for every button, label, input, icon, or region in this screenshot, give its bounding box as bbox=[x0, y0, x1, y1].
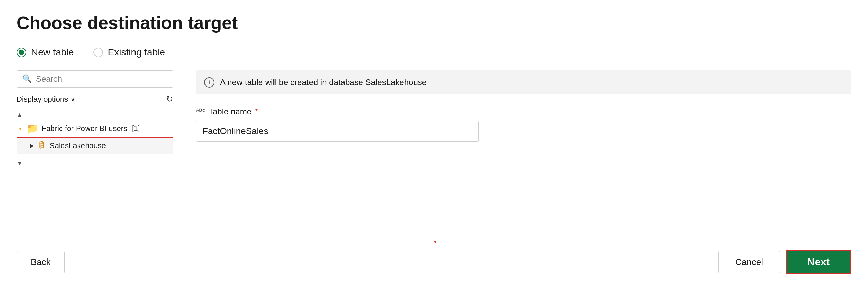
new-table-option[interactable]: New table bbox=[17, 47, 74, 58]
cancel-button[interactable]: Cancel bbox=[718, 251, 780, 273]
search-icon: 🔍 bbox=[22, 74, 32, 83]
required-indicator: * bbox=[255, 107, 258, 116]
info-icon: i bbox=[204, 77, 214, 88]
db-collapse-icon: ▶ bbox=[30, 142, 34, 149]
scroll-down-button[interactable]: ▼ bbox=[17, 160, 23, 167]
folder-icon: 📁 bbox=[26, 123, 38, 134]
database-name: SalesLakehouse bbox=[50, 141, 106, 150]
database-icon: 🛢 bbox=[37, 140, 46, 151]
info-message: A new table will be created in database … bbox=[220, 78, 427, 87]
folder-name: Fabric for Power BI users bbox=[42, 124, 127, 133]
right-panel: i A new table will be created in databas… bbox=[182, 70, 851, 243]
refresh-icon: ↻ bbox=[166, 94, 173, 104]
scroll-up-button[interactable]: ▲ bbox=[17, 111, 23, 119]
existing-table-option[interactable]: Existing table bbox=[93, 47, 166, 58]
left-panel: 🔍 Display options ∨ ↻ ▲ ▼ 📁 bbox=[17, 70, 182, 243]
separator-dot bbox=[434, 241, 436, 243]
table-name-label-row: ᴬᴮᶜ Table name * bbox=[196, 107, 851, 116]
tree-container: ▲ ▼ 📁 Fabric for Power BI users [1] ▶ 🛢 … bbox=[17, 110, 173, 243]
folder-badge: [1] bbox=[132, 124, 140, 132]
folder-item[interactable]: ▼ 📁 Fabric for Power BI users [1] bbox=[17, 120, 173, 137]
new-table-radio[interactable] bbox=[17, 48, 26, 57]
refresh-button[interactable]: ↻ bbox=[166, 94, 173, 104]
table-name-section: ᴬᴮᶜ Table name * bbox=[196, 107, 851, 142]
footer-right: Cancel Next bbox=[718, 250, 851, 274]
display-options-label: Display options bbox=[17, 95, 68, 104]
search-input[interactable] bbox=[36, 74, 168, 84]
scroll-down-icon: ▼ bbox=[17, 160, 23, 167]
display-options-button[interactable]: Display options ∨ bbox=[17, 95, 75, 104]
next-button[interactable]: Next bbox=[786, 250, 851, 274]
radio-group: New table Existing table bbox=[17, 47, 851, 58]
new-table-label: New table bbox=[31, 47, 74, 58]
table-name-input[interactable] bbox=[196, 121, 479, 142]
existing-table-label: Existing table bbox=[108, 47, 166, 58]
database-item[interactable]: ▶ 🛢 SalesLakehouse bbox=[17, 137, 173, 154]
search-box: 🔍 bbox=[17, 70, 173, 88]
scroll-up-icon: ▲ bbox=[17, 111, 23, 119]
table-name-label: Table name bbox=[209, 107, 251, 116]
dialog-container: Choose destination target New table Exis… bbox=[0, 0, 868, 284]
info-banner: i A new table will be created in databas… bbox=[196, 70, 851, 94]
main-content: 🔍 Display options ∨ ↻ ▲ ▼ 📁 bbox=[17, 70, 851, 243]
back-button[interactable]: Back bbox=[17, 251, 65, 273]
footer: Back Cancel Next bbox=[17, 243, 851, 274]
chevron-down-icon: ∨ bbox=[71, 95, 75, 103]
abc-icon: ᴬᴮᶜ bbox=[196, 107, 205, 116]
folder-collapse-icon: ▼ bbox=[18, 126, 23, 131]
page-title: Choose destination target bbox=[17, 12, 851, 33]
existing-table-radio[interactable] bbox=[93, 48, 103, 57]
display-options-row: Display options ∨ ↻ bbox=[17, 94, 173, 104]
